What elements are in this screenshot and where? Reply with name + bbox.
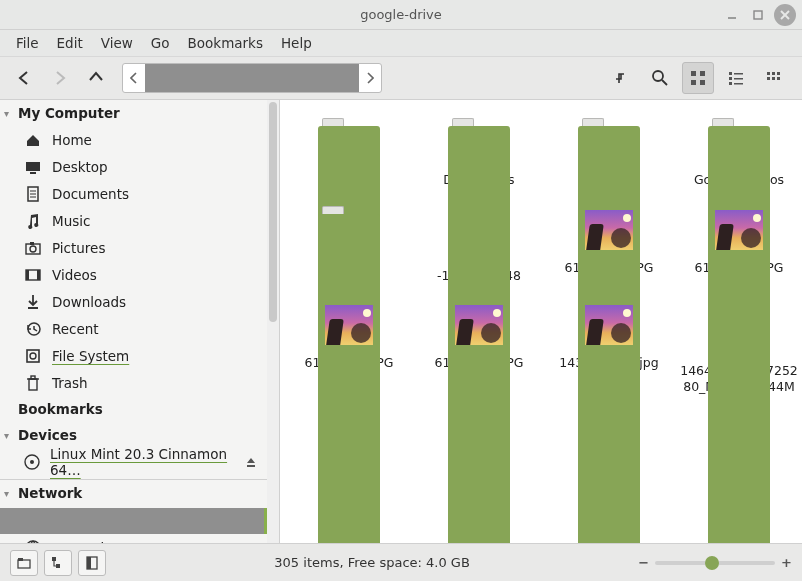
menubar: File Edit View Go Bookmarks Help — [0, 30, 802, 56]
image-thumbnail-icon — [321, 301, 377, 349]
menu-view[interactable]: View — [93, 32, 141, 54]
file-item[interactable]: Google Photos — [674, 118, 802, 188]
eject-button[interactable] — [245, 456, 257, 468]
folder-icon — [318, 118, 380, 166]
statusbar: 305 items, Free space: 4.0 GB − + — [0, 543, 802, 581]
folder-icon — [578, 118, 640, 166]
svg-point-29 — [30, 246, 36, 252]
sidebar-item-filesystem[interactable]: File System — [0, 342, 279, 369]
maximize-button[interactable] — [748, 5, 768, 25]
pictures-icon — [24, 241, 42, 255]
menu-edit[interactable]: Edit — [49, 32, 91, 54]
path-next-button[interactable] — [359, 64, 381, 92]
svg-line-5 — [662, 80, 667, 85]
documents-icon — [24, 186, 42, 202]
titlebar: google-drive — [0, 0, 802, 30]
image-thumbnail-icon — [581, 301, 637, 349]
nav-up-button[interactable] — [80, 62, 112, 94]
svg-rect-19 — [767, 77, 770, 80]
zoom-out-icon: − — [638, 555, 649, 570]
chevron-down-icon: ▾ — [4, 108, 18, 119]
svg-rect-18 — [777, 72, 780, 75]
view-list-button[interactable] — [720, 62, 752, 94]
svg-rect-8 — [691, 80, 696, 85]
sidebar-item-trash[interactable]: Trash — [0, 369, 279, 396]
arrow-left-icon — [15, 69, 33, 87]
file-item[interactable]: GetMyOS — [544, 118, 674, 188]
sidebar-item-pictures[interactable]: Pictures — [0, 234, 279, 261]
arrow-right-icon — [51, 69, 69, 87]
image-thumbnail-icon — [711, 206, 767, 254]
svg-rect-35 — [27, 350, 39, 362]
file-grid[interactable]: 215-218DocumentsGetMyOSGoogle PhotosImag… — [280, 100, 802, 543]
sidebar-item-downloads[interactable]: Downloads — [0, 288, 279, 315]
sidebar-item-videos[interactable]: Videos — [0, 261, 279, 288]
section-label: My Computer — [18, 105, 120, 121]
image-thumbnail-icon — [451, 301, 507, 349]
file-item[interactable]: 215-218 — [284, 118, 414, 188]
close-button[interactable] — [774, 4, 796, 26]
svg-rect-15 — [734, 83, 743, 85]
file-item[interactable]: Documents — [414, 118, 544, 188]
path-prev-button[interactable] — [123, 64, 145, 92]
view-icons-button[interactable] — [682, 62, 714, 94]
toggle-location-button[interactable] — [606, 62, 638, 94]
path-current-segment[interactable] — [145, 64, 359, 92]
sidebar-section-network[interactable]: ▾ Network — [0, 480, 279, 506]
file-item[interactable]: Images — [284, 206, 414, 284]
sidebar-item-network[interactable]: Network — [0, 534, 279, 543]
filesystem-icon — [24, 349, 42, 363]
sidebar-item-documents[interactable]: Documents — [0, 180, 279, 207]
sidebar-item-music[interactable]: Music — [0, 207, 279, 234]
places-toggle-button[interactable] — [10, 550, 38, 576]
nav-forward-button[interactable] — [44, 62, 76, 94]
status-text: 305 items, Free space: 4.0 GB — [112, 555, 632, 570]
compact-view-icon — [766, 70, 782, 86]
search-button[interactable] — [644, 62, 676, 94]
desktop-icon — [24, 160, 42, 174]
menu-file[interactable]: File — [8, 32, 47, 54]
svg-rect-9 — [700, 80, 705, 85]
path-bar[interactable] — [122, 63, 382, 93]
recent-icon — [24, 321, 42, 337]
sidebar-item-desktop[interactable]: Desktop — [0, 153, 279, 180]
section-label: Devices — [18, 427, 77, 443]
sidebar-section-my-computer[interactable]: ▾ My Computer — [0, 100, 279, 126]
minimize-button[interactable] — [722, 5, 742, 25]
nav-back-button[interactable] — [8, 62, 40, 94]
videos-icon — [24, 268, 42, 282]
location-toggle-icon — [613, 69, 631, 87]
menu-go[interactable]: Go — [143, 32, 178, 54]
menu-bookmarks[interactable]: Bookmarks — [180, 32, 271, 54]
svg-rect-13 — [734, 78, 743, 80]
svg-rect-46 — [56, 564, 60, 568]
folder-small-icon — [17, 557, 31, 569]
tree-toggle-button[interactable] — [44, 550, 72, 576]
home-icon — [24, 133, 42, 147]
tree-icon — [51, 556, 65, 570]
svg-rect-45 — [52, 557, 56, 561]
menu-help[interactable]: Help — [273, 32, 320, 54]
svg-rect-30 — [30, 242, 34, 245]
zoom-slider[interactable]: − + — [638, 555, 792, 570]
list-view-icon — [728, 70, 744, 86]
sidebar-item-home[interactable]: Home — [0, 126, 279, 153]
svg-rect-10 — [729, 72, 732, 75]
svg-rect-32 — [26, 270, 29, 280]
svg-rect-12 — [729, 77, 732, 80]
sidebar-section-bookmarks[interactable]: Bookmarks — [0, 396, 279, 422]
svg-rect-20 — [772, 77, 775, 80]
zoom-in-icon: + — [781, 555, 792, 570]
sidebar-item-recent[interactable]: Recent — [0, 315, 279, 342]
close-sidebar-button[interactable] — [78, 550, 106, 576]
svg-point-41 — [30, 460, 34, 464]
svg-rect-6 — [691, 71, 696, 76]
sidebar-item-selected[interactable] — [0, 508, 279, 534]
view-compact-button[interactable] — [758, 62, 790, 94]
sidebar-section-devices[interactable]: ▾ Devices — [0, 422, 279, 448]
sidebar-item-device-disc[interactable]: Linux Mint 20.3 Cinnamon 64… — [0, 448, 279, 475]
sidebar-scrollbar[interactable] — [267, 100, 279, 543]
svg-rect-7 — [700, 71, 705, 76]
chevron-down-icon: ▾ — [4, 430, 18, 441]
disc-icon — [24, 454, 40, 470]
